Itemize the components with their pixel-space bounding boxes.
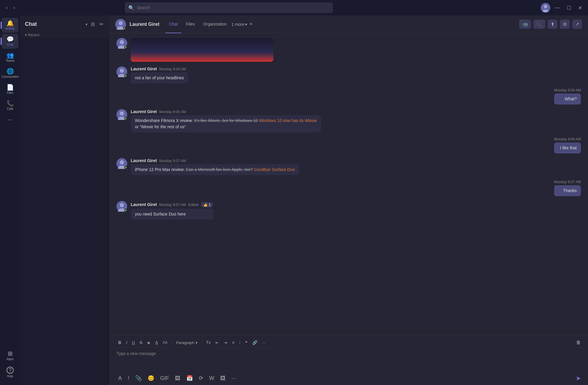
sidebar-item-more[interactable]: ···	[2, 114, 18, 125]
calls-icon: 📞	[7, 100, 14, 106]
avatar	[541, 3, 550, 12]
sidebar-item-activity[interactable]: 🔔 Activity	[2, 18, 18, 33]
online-indicator	[124, 117, 127, 120]
sidebar-item-apps[interactable]: ⊞ Apps	[2, 348, 18, 363]
sidebar-item-teams[interactable]: 👥 Teams	[2, 50, 18, 65]
sidebar-item-files[interactable]: 📄 Files	[2, 82, 18, 97]
paragraph-dropdown[interactable]: Paragraph ▾	[174, 339, 199, 346]
list-item: Laurent Giret Monday 9:07 AM iPhone 12 P…	[116, 158, 581, 175]
message-time: Monday 9:07 AM	[159, 203, 186, 207]
new-chat-button[interactable]: ✏	[98, 20, 105, 28]
gif-button[interactable]: GIF	[158, 374, 171, 383]
activity-icon: 🔔	[7, 20, 14, 26]
strikethrough-button[interactable]: S	[138, 339, 144, 346]
message-text-before: Wondershare Filmora X review:	[135, 118, 194, 123]
search-bar[interactable]: 🔍	[125, 2, 333, 13]
nav-forward-button[interactable]: ›	[11, 4, 17, 12]
svg-point-19	[120, 203, 124, 207]
sidebar-item-help[interactable]: ? Help	[2, 364, 18, 380]
tab-more[interactable]: 1 more ▾	[231, 22, 247, 27]
quote-button[interactable]: ❝	[243, 339, 249, 346]
increase-indent-button[interactable]: ⇥	[222, 339, 229, 346]
attach-file-button[interactable]: 📎	[133, 374, 144, 383]
font-size-button[interactable]: AA	[161, 339, 169, 346]
discard-button[interactable]: 🗑	[576, 340, 581, 345]
sticker-button[interactable]: 🖼	[173, 374, 182, 383]
message-strikethrough: Can a Microsoft fan love Apple, too?	[186, 167, 253, 172]
search-input[interactable]	[137, 5, 329, 10]
popout-button[interactable]: ↗	[572, 20, 582, 29]
sidebar-item-label-teams: Teams	[6, 59, 14, 62]
word-button[interactable]: W	[207, 374, 216, 383]
svg-point-7	[120, 40, 124, 44]
title-bar-right: — ☐ ✕	[541, 3, 584, 12]
message-bubble: Wondershare Filmora X review: It's like …	[131, 115, 321, 132]
message-link[interactable]: Windows 10 now has its iMovie	[259, 118, 317, 123]
bullet-list-button[interactable]: ≡	[230, 339, 236, 346]
bold-button[interactable]: B	[116, 339, 123, 346]
chat-list-title-chevron[interactable]: ▾	[86, 22, 87, 26]
italic-button[interactable]: I	[124, 339, 129, 346]
list-item: Monday 9:04 AM What?	[116, 88, 581, 104]
filter-button[interactable]: ⊟	[90, 20, 96, 28]
schedule-meet-button[interactable]: 📅	[185, 374, 195, 383]
message-edited-label: Edited	[188, 203, 198, 207]
urgent-button[interactable]: !	[126, 374, 131, 383]
maximize-button[interactable]: ☐	[565, 4, 573, 12]
message-link[interactable]: Goodbye Surface Duo	[254, 167, 295, 172]
decrease-indent-button[interactable]: ⇤	[214, 339, 221, 346]
nav-back-button[interactable]: ‹	[4, 4, 10, 12]
send-button[interactable]: ➤	[576, 375, 581, 382]
paragraph-chevron-icon: ▾	[196, 340, 198, 345]
settings-button[interactable]: ⚙	[560, 20, 570, 29]
message-bubble: Thanks	[554, 185, 581, 196]
message-meta: Laurent Giret Monday 9:04 AM	[131, 66, 188, 71]
numbered-list-button[interactable]: ⁝	[237, 339, 242, 346]
title-bar: ‹ › 🔍 — ☐ ✕	[0, 0, 588, 15]
emoji-button[interactable]: 😊	[146, 374, 156, 383]
video-call-button[interactable]: 📹	[519, 20, 531, 29]
sidebar-item-label-help: Help	[7, 375, 13, 378]
message-meta: Monday 9:06 AM	[554, 137, 581, 141]
close-button[interactable]: ✕	[576, 4, 584, 12]
share-screen-button[interactable]: ⬆	[548, 20, 557, 29]
online-indicator	[124, 74, 127, 77]
minimize-button[interactable]: —	[553, 4, 562, 12]
message-strikethrough: It's like iMovie, but for Windows 10	[194, 118, 258, 123]
clear-formatting-button[interactable]: Tx	[204, 339, 213, 346]
online-indicator	[124, 166, 127, 169]
chat-list-actions: ⊟ ✏	[90, 20, 105, 28]
message-bubble: What?	[554, 94, 581, 104]
svg-point-13	[120, 111, 124, 115]
loop-button[interactable]: ⟳	[197, 374, 205, 383]
message-input-area: B I U S ◈ A AA Paragraph ▾ Tx ⇤ ⇥ ≡ ⁝ ❝	[109, 335, 588, 385]
tab-add-button[interactable]: +	[250, 21, 253, 27]
avatar	[116, 109, 127, 120]
more-actions-button[interactable]: ···	[230, 374, 238, 383]
apps-icon: ⊞	[8, 351, 13, 357]
image-insert-button[interactable]: 🖼	[218, 374, 227, 383]
more-formatting-button[interactable]: ···	[260, 339, 267, 346]
sidebar-item-label-chat: Chat	[7, 43, 13, 46]
tab-more-chevron-icon: ▾	[245, 22, 247, 27]
format-text-button[interactable]: A	[116, 374, 124, 383]
underline-button[interactable]: U	[130, 339, 137, 346]
svg-point-4	[119, 21, 123, 25]
recent-chevron-icon[interactable]: ▾	[25, 33, 27, 37]
tab-chat[interactable]: Chat	[165, 15, 181, 33]
own-message-content: Monday 9:06 AM I like that	[554, 137, 581, 153]
tab-organization[interactable]: Organization	[200, 15, 230, 33]
message-input[interactable]: Type a new message	[114, 349, 583, 373]
avatar	[116, 66, 127, 77]
chat-tabs: Chat Files Organization 1 more ▾ +	[165, 15, 253, 33]
highlight-button[interactable]: ◈	[145, 339, 152, 346]
reaction-badge[interactable]: 👍 1	[201, 202, 213, 207]
font-color-button[interactable]: A	[153, 339, 160, 346]
link-button[interactable]: 🔗	[250, 339, 259, 346]
sidebar-item-chat[interactable]: 💬 Chat	[2, 34, 18, 49]
message-second-line: or "iMovie for the rest of us"	[135, 124, 186, 129]
audio-call-button[interactable]: 📞	[533, 20, 545, 29]
sidebar-item-communities[interactable]: 🌐 Communities	[2, 66, 18, 81]
sidebar-item-calls[interactable]: 📞 Calls	[2, 98, 18, 113]
tab-files[interactable]: Files	[182, 15, 198, 33]
